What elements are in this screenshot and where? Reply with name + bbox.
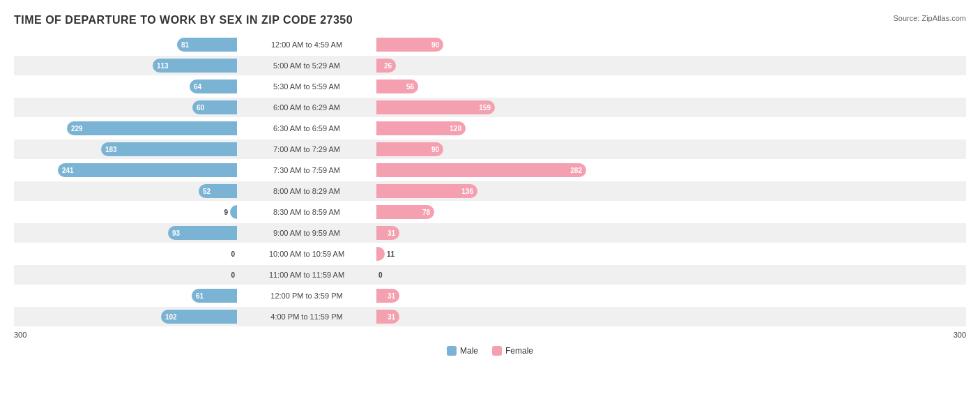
time-label: 10:00 AM to 10:59 AM (237, 250, 376, 258)
time-label: 5:00 AM to 5:29 AM (237, 61, 376, 70)
left-section: 102 (14, 310, 237, 324)
right-section: 31 (376, 226, 599, 240)
female-bar: 282 (376, 163, 586, 177)
female-value: 90 (431, 146, 439, 153)
time-label: 9:00 AM to 9:59 AM (237, 229, 376, 237)
table-row: 011:00 AM to 11:59 AM0 (14, 265, 966, 285)
female-value: 159 (479, 104, 491, 112)
chart-title: TIME OF DEPARTURE TO WORK BY SEX IN ZIP … (14, 14, 966, 27)
legend-male: Male (447, 346, 478, 356)
female-value: 78 (422, 209, 430, 216)
left-section: 0 (14, 247, 237, 261)
male-bar: 183 (101, 142, 237, 156)
left-section: 60 (14, 100, 237, 114)
right-section: 120 (376, 121, 599, 135)
table-row: 2417:30 AM to 7:59 AM282 (14, 160, 966, 180)
male-value: 113 (157, 62, 169, 70)
left-section: 241 (14, 163, 237, 177)
male-bar: 64 (190, 80, 237, 93)
female-value: 56 (406, 83, 414, 91)
right-section: 56 (376, 80, 599, 93)
male-bar: 9 (230, 205, 237, 219)
legend-male-label: Male (460, 346, 478, 356)
male-bar: 113 (153, 59, 237, 73)
legend-female-box (492, 346, 502, 356)
female-value: 11 (387, 250, 395, 258)
time-label: 8:30 AM to 8:59 AM (237, 208, 376, 216)
female-bar: 11 (376, 247, 385, 261)
right-section: 282 (376, 163, 599, 177)
female-value: 31 (388, 292, 395, 300)
female-bar: 159 (376, 100, 495, 114)
female-value: 31 (388, 229, 395, 237)
table-row: 98:30 AM to 8:59 AM78 (14, 202, 966, 222)
female-bar: 31 (376, 289, 399, 303)
legend: Male Female (14, 346, 966, 356)
female-value: 0 (378, 271, 383, 279)
bars-area: 8112:00 AM to 4:59 AM901135:00 AM to 5:2… (14, 35, 966, 326)
table-row: 606:00 AM to 6:29 AM159 (14, 98, 966, 117)
male-value: 241 (62, 167, 74, 174)
left-section: 183 (14, 142, 237, 156)
male-bar: 52 (199, 184, 237, 198)
time-label: 8:00 AM to 8:29 AM (237, 187, 376, 195)
right-section: 159 (376, 100, 599, 114)
table-row: 8112:00 AM to 4:59 AM90 (14, 35, 966, 54)
table-row: 1837:00 AM to 7:29 AM90 (14, 139, 966, 159)
male-bar: 61 (192, 289, 237, 303)
female-bar: 90 (376, 142, 443, 156)
female-bar: 90 (376, 38, 443, 52)
time-label: 6:00 AM to 6:29 AM (237, 103, 376, 112)
right-section: 90 (376, 38, 599, 52)
legend-female-label: Female (505, 346, 533, 356)
female-bar: 26 (376, 59, 396, 73)
male-value: 9 (224, 209, 228, 216)
chart-container: TIME OF DEPARTURE TO WORK BY SEX IN ZIP … (0, 0, 980, 415)
female-bar: 31 (376, 226, 399, 240)
right-section: 78 (376, 205, 599, 219)
time-label: 7:00 AM to 7:29 AM (237, 145, 376, 153)
table-row: 528:00 AM to 8:29 AM136 (14, 181, 966, 201)
table-row: 939:00 AM to 9:59 AM31 (14, 223, 966, 243)
left-section: 64 (14, 80, 237, 93)
male-value: 183 (105, 146, 117, 153)
time-label: 12:00 AM to 4:59 AM (237, 40, 376, 49)
table-row: 010:00 AM to 10:59 AM11 (14, 244, 966, 264)
male-value: 61 (196, 292, 204, 300)
axis-labels: 300 300 (14, 328, 966, 342)
right-section: 31 (376, 310, 599, 324)
female-bar: 136 (376, 184, 477, 198)
left-section: 81 (14, 38, 237, 52)
right-section: 26 (376, 59, 599, 73)
male-bar: 229 (67, 121, 237, 135)
female-bar: 31 (376, 310, 399, 324)
axis-right: 300 (954, 331, 966, 339)
female-value: 90 (431, 41, 439, 49)
left-section: 229 (14, 121, 237, 135)
male-bar: 102 (161, 310, 237, 324)
male-value: 64 (194, 83, 201, 91)
female-value: 136 (461, 188, 473, 195)
table-row: 2296:30 AM to 6:59 AM120 (14, 119, 966, 138)
left-section: 52 (14, 184, 237, 198)
right-section: 0 (376, 268, 599, 282)
time-label: 7:30 AM to 7:59 AM (237, 166, 376, 174)
female-value: 31 (388, 313, 395, 321)
time-label: 6:30 AM to 6:59 AM (237, 124, 376, 133)
female-value: 120 (450, 125, 461, 133)
left-section: 0 (14, 268, 237, 282)
male-bar: 93 (168, 226, 237, 240)
time-label: 4:00 PM to 11:59 PM (237, 312, 376, 321)
right-section: 11 (376, 247, 599, 261)
male-value: 102 (165, 313, 177, 321)
time-label: 12:00 PM to 3:59 PM (237, 292, 376, 300)
male-bar: 241 (58, 163, 237, 177)
time-label: 11:00 AM to 11:59 AM (237, 271, 376, 279)
legend-female: Female (492, 346, 533, 356)
female-bar: 120 (376, 121, 466, 135)
axis-left: 300 (14, 331, 26, 339)
left-section: 93 (14, 226, 237, 240)
male-value: 81 (181, 41, 189, 49)
table-row: 645:30 AM to 5:59 AM56 (14, 77, 966, 96)
right-section: 136 (376, 184, 599, 198)
